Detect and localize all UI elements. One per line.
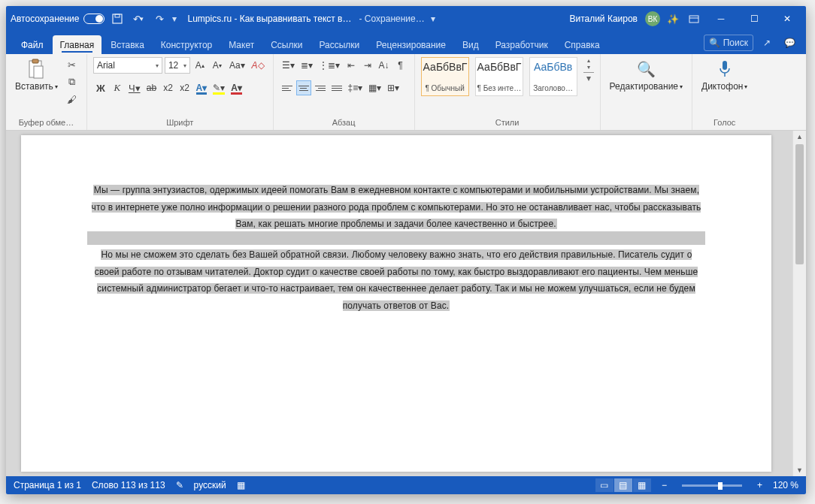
underline-button[interactable]: Ч▾ xyxy=(126,80,143,96)
close-button[interactable]: ✕ xyxy=(773,6,801,32)
minimize-button[interactable]: ─ xyxy=(707,6,735,32)
redo-icon[interactable]: ↷ xyxy=(151,11,168,27)
undo-icon[interactable]: ↶▾ xyxy=(130,11,147,27)
share-icon[interactable]: ↗ xyxy=(758,35,776,51)
voice-label: Голос xyxy=(698,116,750,128)
borders-icon[interactable]: ⊞▾ xyxy=(385,80,401,96)
font-size-combo[interactable]: 12▾ xyxy=(165,57,190,74)
bullets-icon[interactable]: ☰▾ xyxy=(280,57,297,74)
svg-rect-2 xyxy=(689,16,698,23)
superscript-button[interactable]: x2 xyxy=(177,80,192,96)
ribbon-tabs: Файл Главная Вставка Конструктор Макет С… xyxy=(6,32,806,54)
subscript-button[interactable]: x2 xyxy=(161,80,176,96)
bold-button[interactable]: Ж xyxy=(93,80,108,96)
scroll-thumb[interactable] xyxy=(795,144,804,264)
tab-references[interactable]: Ссылки xyxy=(263,35,310,54)
web-layout-icon[interactable]: ▦ xyxy=(633,478,651,492)
document-title: Lumpics.ru - Как выравнивать текст в… xyxy=(187,14,351,24)
tab-mailings[interactable]: Рассылки xyxy=(311,35,367,54)
sort-icon[interactable]: A↓ xyxy=(377,57,392,74)
tab-view[interactable]: Вид xyxy=(455,35,486,54)
autosave-toggle[interactable] xyxy=(83,14,105,24)
document-area: Мы — группа энтузиастов, одержимых идеей… xyxy=(6,131,806,476)
tab-insert[interactable]: Вставка xyxy=(103,35,152,54)
paragraph-1[interactable]: Мы — группа энтузиастов, одержимых идеей… xyxy=(92,185,701,229)
tab-file[interactable]: Файл xyxy=(14,35,51,54)
style-normal[interactable]: АаБбВвГ ¶ Обычный xyxy=(421,57,469,96)
showhide-icon[interactable]: ¶ xyxy=(393,57,408,74)
copy-icon[interactable]: ⧉ xyxy=(64,74,80,89)
justify-button[interactable] xyxy=(329,80,344,95)
document-text[interactable]: Мы — группа энтузиастов, одержимых идеей… xyxy=(87,180,705,313)
font-name-combo[interactable]: Arial▾ xyxy=(93,57,162,74)
numbering-icon[interactable]: ≣▾ xyxy=(298,57,315,74)
svg-rect-1 xyxy=(115,14,120,17)
style-nospacing[interactable]: АаБбВвГ ¶ Без инте… xyxy=(475,57,523,96)
tab-developer[interactable]: Разработчик xyxy=(488,35,556,54)
status-words[interactable]: Слово 113 из 113 xyxy=(92,480,165,490)
user-name[interactable]: Виталий Каиров xyxy=(569,14,638,24)
tab-home[interactable]: Главная xyxy=(53,35,102,54)
ribbon-display-icon[interactable] xyxy=(686,11,702,27)
scroll-up-icon[interactable]: ▲ xyxy=(793,131,806,143)
grow-font-icon[interactable]: A▴ xyxy=(192,57,208,74)
tab-layout[interactable]: Макет xyxy=(221,35,262,54)
line-spacing-icon[interactable]: ‡≡▾ xyxy=(346,80,365,96)
styles-more-icon[interactable]: ▴▾▾ xyxy=(583,57,594,83)
svg-rect-7 xyxy=(723,61,727,70)
tab-review[interactable]: Рецензирование xyxy=(368,35,453,54)
indent-icon[interactable]: ⇥ xyxy=(360,57,375,74)
shrink-font-icon[interactable]: A▾ xyxy=(210,57,225,74)
comments-icon[interactable]: 💬 xyxy=(780,35,798,51)
status-language[interactable]: русский xyxy=(194,480,226,490)
user-avatar[interactable]: ВК xyxy=(645,11,660,26)
font-label: Шрифт xyxy=(93,116,267,128)
group-paragraph: ☰▾ ≣▾ ⋮≣▾ ⇤ ⇥ A↓ ¶ ‡≡▾ ▦▾ ⊞▾ xyxy=(274,54,415,130)
upcoming-icon[interactable]: ✨ xyxy=(665,11,681,27)
cut-icon[interactable]: ✂ xyxy=(64,57,80,72)
italic-button[interactable]: К xyxy=(110,80,125,96)
scroll-down-icon[interactable]: ▼ xyxy=(793,464,806,476)
macro-icon[interactable]: ▦ xyxy=(237,480,245,490)
search-box[interactable]: 🔍 Поиск xyxy=(704,35,753,51)
dictate-button[interactable]: Диктофон▾ xyxy=(698,57,750,93)
text-effects-icon[interactable]: A▾ xyxy=(194,80,210,96)
editing-button[interactable]: 🔍 Редактирование▾ xyxy=(607,57,686,93)
microphone-icon xyxy=(714,59,736,80)
outdent-icon[interactable]: ⇤ xyxy=(344,57,359,74)
change-case-icon[interactable]: Aa▾ xyxy=(227,57,247,74)
autosave-group: Автосохранение xyxy=(11,14,105,24)
clear-format-icon[interactable]: A◇ xyxy=(250,57,267,74)
style-heading1[interactable]: АаБбВв Заголово… xyxy=(529,57,577,96)
highlight-icon[interactable]: ✎▾ xyxy=(211,80,227,96)
align-center-button[interactable] xyxy=(296,80,311,95)
align-left-button[interactable] xyxy=(280,80,295,95)
view-buttons: ▭ ▤ ▦ xyxy=(595,478,651,492)
status-bar: Страница 1 из 1 Слово 113 из 113 ✎ русск… xyxy=(6,476,806,494)
shading-icon[interactable]: ▦▾ xyxy=(366,80,383,96)
format-painter-icon[interactable]: 🖌 xyxy=(64,92,80,107)
spellcheck-icon[interactable]: ✎ xyxy=(176,480,183,490)
print-layout-icon[interactable]: ▤ xyxy=(614,478,632,492)
tab-design[interactable]: Конструктор xyxy=(153,35,220,54)
autosave-label: Автосохранение xyxy=(11,14,79,24)
font-color-icon[interactable]: A▾ xyxy=(229,80,244,96)
paste-button[interactable]: Вставить▾ xyxy=(12,57,61,93)
tab-help[interactable]: Справка xyxy=(557,35,607,54)
page[interactable]: Мы — группа энтузиастов, одержимых идеей… xyxy=(21,135,771,472)
zoom-level[interactable]: 120 % xyxy=(773,480,798,490)
zoom-out-button[interactable]: − xyxy=(662,480,667,490)
save-icon[interactable] xyxy=(109,11,126,27)
zoom-in-button[interactable]: + xyxy=(757,480,762,490)
status-page[interactable]: Страница 1 из 1 xyxy=(14,480,81,490)
vertical-scrollbar[interactable]: ▲ ▼ xyxy=(792,131,806,476)
group-styles: АаБбВвГ ¶ Обычный АаБбВвГ ¶ Без инте… Аа… xyxy=(415,54,601,130)
strike-button[interactable]: ab xyxy=(144,80,159,96)
read-mode-icon[interactable]: ▭ xyxy=(595,478,614,492)
word-window: Автосохранение ↶▾ ↷ ▾ Lumpics.ru - Как в… xyxy=(6,6,806,494)
maximize-button[interactable]: ☐ xyxy=(740,6,768,32)
align-right-button[interactable] xyxy=(313,80,328,95)
paragraph-2[interactable]: Но мы не сможем это сделать без Вашей об… xyxy=(95,249,698,311)
zoom-slider[interactable] xyxy=(682,484,742,487)
multilevel-icon[interactable]: ⋮≣▾ xyxy=(317,57,342,74)
